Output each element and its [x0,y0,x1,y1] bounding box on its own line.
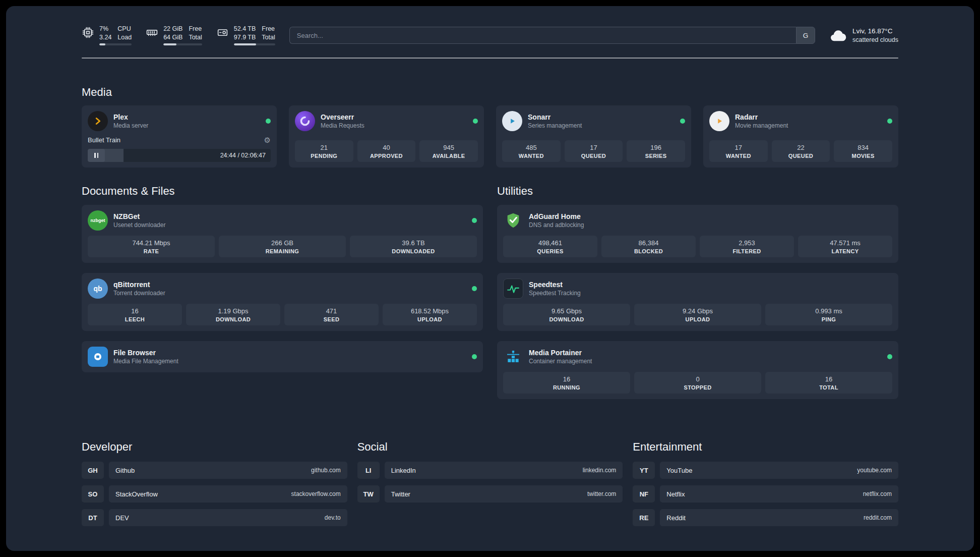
stat-value: 0 [636,375,759,383]
memory-free-value: 22 GiB [163,25,182,32]
status-dot [472,286,477,291]
service-description: Movie management [735,122,788,129]
bookmark-twitter[interactable]: TW Twittertwitter.com [357,485,623,503]
stat-label: APPROVED [359,153,414,159]
bookmark-url: github.com [311,467,341,474]
bookmark-dev-to[interactable]: DT DEVdev.to [82,509,347,526]
bookmark-linkedin[interactable]: LI LinkedInlinkedin.com [357,462,623,479]
stat-value: 17 [567,144,621,151]
stat-label: LEECH [90,316,180,322]
service-description: Speedtest Tracking [529,290,581,297]
stat-tile: 0.993 msPING [765,304,892,325]
bookmark-name: Github [115,467,135,474]
cpu-progress-track [99,43,132,45]
memory-total-value: 64 GiB [163,34,182,41]
stat-label: UPLOAD [385,316,475,322]
service-card-radarr[interactable]: Radarr Movie management 17WANTED 22QUEUE… [703,105,898,168]
section-title-entertainment: Entertainment [633,440,898,454]
status-dot [266,119,271,124]
section-title-utilities: Utilities [497,185,898,198]
service-card-nzbget[interactable]: nzbget NZBGet Usenet downloader 744.21 M… [82,205,483,263]
bookmark-stackoverflow[interactable]: SO StackOverflowstackoverflow.com [82,485,347,503]
stat-value: 196 [629,144,683,151]
service-card-sonarr[interactable]: Sonarr Series management 485WANTED 17QUE… [496,105,691,168]
gear-icon[interactable]: ⚙ [264,136,271,144]
stat-label: QUEUED [774,153,828,159]
search-provider-button[interactable]: G [796,27,815,44]
utilities-column: Utilities AdGuard Home DNS and adblockin… [497,185,898,409]
service-card-overseerr[interactable]: Overseerr Media Requests 21PENDING 40APP… [289,105,484,168]
search-input[interactable] [289,27,796,44]
section-title-media: Media [82,86,898,99]
bookmark-youtube[interactable]: YT YouTubeyoutube.com [633,462,898,479]
stat-tile: 498,461QUERIES [503,236,597,257]
stat-label: RATE [90,248,213,254]
service-card-plex[interactable]: Plex Media server Bullet Train ⚙ 24:44 /… [82,105,277,168]
stat-tile: 86,384BLOCKED [601,236,696,257]
service-card-adguard[interactable]: AdGuard Home DNS and adblocking 498,461Q… [497,205,898,263]
disk-icon [216,26,229,39]
weather-condition: scattered clouds [852,36,898,43]
disk-total-label: Total [262,34,275,41]
bookmarks-developer: Developer GH Githubgithub.com SO StackOv… [82,440,347,533]
bookmark-name: Reddit [666,514,686,522]
bookmark-abbr: GH [82,462,104,479]
qbittorrent-icon: qb [88,278,108,299]
stat-label: BLOCKED [603,248,694,254]
bookmark-name: YouTube [666,467,692,474]
stat-tile: 40APPROVED [357,140,416,162]
stat-tile: 945AVAILABLE [419,140,478,162]
stat-tile: 196SERIES [627,140,685,162]
filebrowser-icon [88,347,108,367]
service-name: Plex [113,113,148,121]
stat-value: 39.6 TB [352,239,475,247]
stat-value: 47.571 ms [800,239,890,247]
bookmark-github[interactable]: GH Githubgithub.com [82,462,347,479]
weather-location: Lviv, 16.87°C [852,27,898,35]
service-description: Usenet downloader [113,221,165,229]
bookmark-abbr: YT [633,462,655,479]
stat-value: 16 [505,375,628,383]
stat-tile: 9.65 GbpsDOWNLOAD [503,304,630,325]
bookmark-reddit[interactable]: RE Redditreddit.com [633,509,898,526]
stat-label: DOWNLOAD [505,316,628,322]
stat-tile: 47.571 msLATENCY [798,236,892,257]
bookmark-abbr: DT [82,509,104,526]
stat-tile: 2,953FILTERED [700,236,794,257]
topbar-divider [82,58,898,59]
stat-label: DOWNLOAD [188,316,278,322]
stat-tile: 834MOVIES [834,140,892,162]
memory-free-label: Free [189,25,202,32]
status-dot [472,354,477,359]
stat-value: 0.993 ms [767,307,890,315]
section-title-documents: Documents & Files [82,185,483,198]
disk-widget: 52.4 TB 97.9 TB Free Total [216,25,275,45]
cpu-icon [82,26,94,39]
service-description: Media server [113,122,148,129]
service-card-qbittorrent[interactable]: qb qBittorrent Torrent downloader 16LEEC… [82,273,483,331]
service-description: DNS and adblocking [529,221,584,229]
service-card-portainer[interactable]: Media Portainer Container management 16R… [497,341,898,399]
service-name: NZBGet [113,212,165,220]
disk-free-label: Free [262,25,275,32]
memory-total-label: Total [189,34,202,41]
stat-label: STOPPED [636,384,759,391]
bookmarks-social: Social LI LinkedInlinkedin.com TW Twitte… [357,440,623,533]
service-card-filebrowser[interactable]: File Browser Media File Management [82,341,483,372]
cloud-icon [829,28,847,43]
disk-free-value: 52.4 TB [234,25,256,32]
stat-value: 945 [421,144,476,151]
bookmark-url: twitter.com [587,490,616,497]
stat-value: 86,384 [603,239,694,247]
bookmark-netflix[interactable]: NF Netflixnetflix.com [633,485,898,503]
stat-label: SERIES [629,153,683,159]
service-name: qBittorrent [113,281,165,289]
service-description: Media Requests [321,122,364,129]
stat-value: 485 [504,144,559,151]
service-card-speedtest[interactable]: Speedtest Speedtest Tracking 9.65 GbpsDO… [497,273,898,331]
stat-label: WANTED [711,153,766,159]
pause-button[interactable] [88,149,105,162]
service-description: Series management [528,122,582,129]
stat-label: UPLOAD [636,316,759,322]
stat-tile: 22QUEUED [772,140,830,162]
